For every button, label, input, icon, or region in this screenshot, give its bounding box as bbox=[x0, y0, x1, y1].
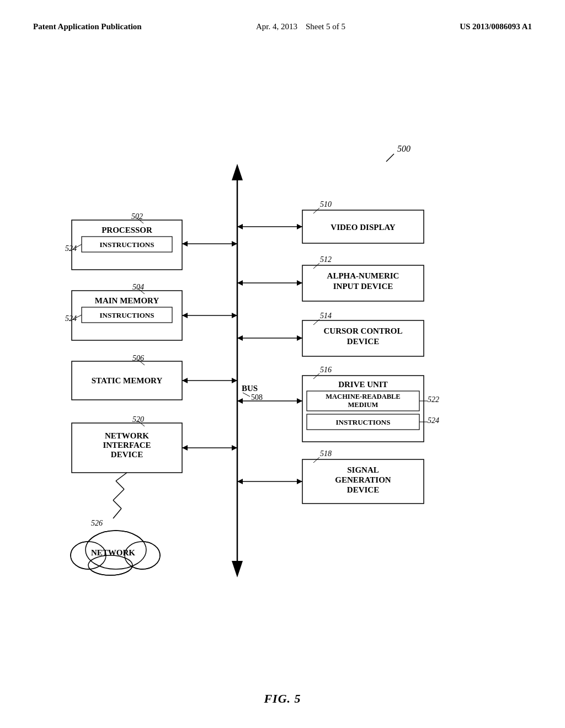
ref-526-label: 526 bbox=[91, 519, 103, 527]
svg-marker-42 bbox=[237, 280, 243, 286]
cursor-control-label-2: DEVICE bbox=[347, 337, 379, 346]
signal-generation-label-1: SIGNAL bbox=[347, 465, 379, 474]
drive-unit-label: DRIVE UNIT bbox=[338, 380, 388, 389]
patent-number: US 2013/0086093 A1 bbox=[460, 22, 532, 31]
ref-512-label: 512 bbox=[320, 255, 332, 264]
svg-marker-39 bbox=[237, 224, 243, 229]
cursor-control-label-1: CURSOR CONTROL bbox=[324, 326, 403, 335]
svg-marker-47 bbox=[297, 398, 302, 404]
ref-524c-label: 524 bbox=[428, 416, 439, 425]
bus-down-arrow bbox=[232, 561, 243, 577]
publication-label: Patent Application Publication bbox=[33, 22, 142, 31]
svg-marker-33 bbox=[182, 378, 188, 383]
ref-522-label: 522 bbox=[428, 395, 439, 404]
instructions-2-label: INSTRUCTIONS bbox=[100, 311, 154, 319]
network-interface-label-1: NETWORK bbox=[105, 431, 149, 440]
svg-marker-51 bbox=[237, 479, 243, 484]
svg-line-24 bbox=[313, 457, 319, 463]
bus-up-arrow bbox=[232, 164, 243, 180]
svg-marker-35 bbox=[232, 445, 237, 451]
machine-readable-label-2: MEDIUM bbox=[348, 401, 379, 409]
main-memory-label: MAIN MEMORY bbox=[95, 296, 159, 305]
svg-marker-30 bbox=[182, 313, 188, 318]
svg-line-21 bbox=[313, 373, 319, 379]
bus-label: BUS bbox=[242, 384, 258, 393]
figure-caption: FIG. 5 bbox=[264, 692, 301, 706]
ref-518-label: 518 bbox=[320, 449, 332, 458]
sheet-info: Sheet 5 of 5 bbox=[306, 22, 345, 31]
network-label: NETWORK bbox=[91, 548, 135, 557]
machine-readable-label-1: MACHINE-READABLE bbox=[326, 393, 400, 400]
svg-marker-32 bbox=[232, 378, 237, 383]
ref-500-label: 500 bbox=[397, 144, 411, 153]
ref-504-label: 504 bbox=[132, 283, 144, 291]
svg-line-16 bbox=[113, 500, 121, 508]
svg-marker-36 bbox=[182, 445, 188, 451]
figure-5-diagram: 500 BUS 508 502 PROCESSOR INSTRUCTIONS 5… bbox=[0, 53, 565, 688]
signal-generation-label-2: GENERATION bbox=[335, 475, 391, 484]
network-interface-label-3: DEVICE bbox=[111, 450, 143, 459]
instructions-3-label: INSTRUCTIONS bbox=[336, 418, 391, 426]
svg-marker-26 bbox=[232, 241, 237, 247]
svg-marker-29 bbox=[232, 313, 237, 318]
network-interface-label-2: INTERFACE bbox=[103, 441, 151, 449]
svg-line-13 bbox=[116, 473, 127, 481]
ref-508-label: 508 bbox=[251, 393, 263, 402]
svg-line-17 bbox=[113, 508, 121, 518]
svg-line-15 bbox=[113, 489, 124, 500]
svg-marker-41 bbox=[297, 280, 302, 286]
ref-516-label: 516 bbox=[320, 366, 332, 374]
svg-line-18 bbox=[313, 208, 319, 213]
svg-marker-44 bbox=[297, 335, 302, 341]
video-display-label: VIDEO DISPLAY bbox=[331, 223, 396, 232]
ref-502-label: 502 bbox=[131, 212, 143, 221]
processor-label: PROCESSOR bbox=[102, 226, 152, 234]
svg-line-14 bbox=[116, 481, 124, 489]
ref-520-label: 520 bbox=[132, 415, 144, 424]
diagram-area: 500 BUS 508 502 PROCESSOR INSTRUCTIONS 5… bbox=[0, 53, 565, 660]
svg-marker-27 bbox=[182, 241, 188, 247]
header-center: Apr. 4, 2013 Sheet 5 of 5 bbox=[256, 22, 345, 31]
svg-marker-50 bbox=[297, 479, 302, 484]
svg-marker-45 bbox=[237, 335, 243, 341]
static-memory-label: STATIC MEMORY bbox=[92, 376, 163, 385]
svg-line-2 bbox=[243, 393, 250, 397]
ref-524a-label: 524 bbox=[65, 244, 77, 253]
svg-marker-38 bbox=[297, 224, 302, 229]
instructions-1-label: INSTRUCTIONS bbox=[100, 240, 154, 249]
page-header: Patent Application Publication Apr. 4, 2… bbox=[0, 0, 565, 42]
svg-marker-48 bbox=[237, 398, 243, 404]
pub-date: Apr. 4, 2013 bbox=[256, 22, 297, 31]
svg-line-0 bbox=[386, 154, 394, 162]
ref-510-label: 510 bbox=[320, 200, 332, 208]
svg-line-19 bbox=[313, 263, 319, 269]
ref-514-label: 514 bbox=[320, 312, 332, 320]
alpha-numeric-label-1: ALPHA-NUMERIC bbox=[327, 271, 399, 280]
signal-generation-label-3: DEVICE bbox=[347, 485, 379, 494]
alpha-numeric-label-2: INPUT DEVICE bbox=[333, 282, 393, 291]
